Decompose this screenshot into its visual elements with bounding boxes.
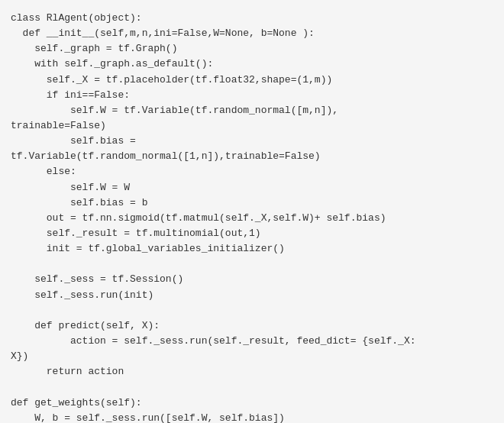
code-container: class RlAgent(object): def __init__(self… [0,0,504,423]
code-block: class RlAgent(object): def __init__(self… [0,8,504,423]
